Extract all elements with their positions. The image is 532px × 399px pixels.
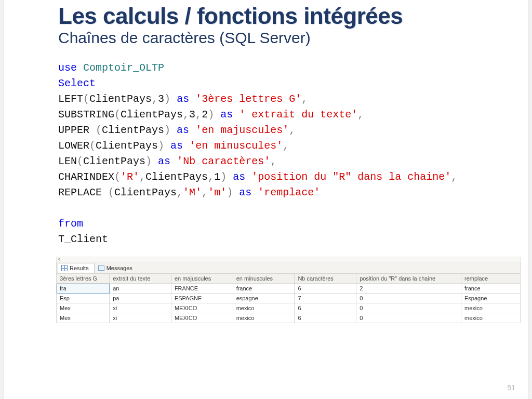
grid-cell[interactable]: Esp [57,294,110,303]
fn-left: LEFT [58,93,83,105]
grid-cell[interactable]: xi [110,303,171,313]
grid-cell[interactable]: pa [110,294,171,303]
results-panel: Results Messages 3ères lettres G extrait… [56,257,521,323]
tab-results-label: Results [70,265,89,271]
grid-cell[interactable]: FRANCE [171,284,233,294]
tab-results[interactable]: Results [58,263,95,273]
grid-cell[interactable]: espagne [233,294,295,303]
grid-header-row: 3ères lettres G extrait du texte en maju… [57,274,521,284]
grid-cell[interactable]: 6 [295,313,356,323]
fn-charindex: CHARINDEX [58,171,114,183]
grid-cell[interactable]: fra [57,284,110,294]
results-tabs: Results Messages [56,262,521,273]
slide: Les calculs / fonctions intégrées Chaîne… [4,0,528,399]
table-row[interactable]: Mex xi MEXICO mexico 6 0 mexico [57,303,521,313]
grid-cell[interactable]: 0 [356,294,461,303]
grid-cell[interactable]: 2 [356,284,461,294]
fn-len: LEN [58,155,77,167]
grid-cell[interactable]: 6 [295,303,356,313]
page-number: 51 [507,383,515,392]
chevron-left-icon [58,258,61,261]
tab-messages[interactable]: Messages [95,263,138,273]
col-header[interactable]: Nb caractères [295,274,356,284]
table-name: T_Client [58,233,108,245]
grid-cell[interactable]: Espagne [461,294,521,303]
fn-upper: UPPER [58,124,89,136]
splitter-bar[interactable] [56,257,521,262]
grid-cell[interactable]: xi [110,313,171,323]
sql-code-block: use Comptoir_OLTP Select LEFT(ClientPays… [4,52,528,247]
grid-icon [61,265,68,271]
slide-subtitle: Chaînes de caractères (SQL Server) [4,29,528,52]
table-row[interactable]: Mex xi MEXICO mexico 6 0 mexico [57,313,521,323]
col-header[interactable]: en majuscules [171,274,233,284]
grid-cell[interactable]: Mex [57,313,110,323]
grid-cell[interactable]: 0 [356,303,461,313]
grid-cell[interactable]: Mex [57,303,110,313]
grid-cell[interactable]: 6 [295,284,356,294]
grid-cell[interactable]: mexico [233,303,295,313]
fn-substring: SUBSTRING [58,109,114,121]
grid-cell[interactable]: 0 [356,313,461,323]
grid-cell[interactable]: mexico [233,313,295,323]
col-header[interactable]: en minuscules [233,274,295,284]
table-row[interactable]: fra an FRANCE france 6 2 france [57,284,521,294]
grid-cell[interactable]: 7 [295,294,356,303]
results-grid[interactable]: 3ères lettres G extrait du texte en maju… [56,273,521,323]
grid-cell[interactable]: france [461,284,521,294]
col-header[interactable]: 3ères lettres G [57,274,110,284]
table-row[interactable]: Esp pa ESPAGNE espagne 7 0 Espagne [57,294,521,303]
grid-cell[interactable]: ESPAGNE [171,294,233,303]
kw-use: use [58,62,77,74]
slide-title: Les calculs / fonctions intégrées [4,0,528,29]
col-header[interactable]: extrait du texte [110,274,171,284]
grid-cell[interactable]: france [233,284,295,294]
grid-cell[interactable]: an [110,284,171,294]
grid-cell[interactable]: MEXICO [171,303,233,313]
col-header[interactable]: remplace [461,274,521,284]
fn-lower: LOWER [58,140,89,152]
kw-select: Select [58,77,96,89]
col-header[interactable]: position du "R" dans la chaine [356,274,461,284]
kw-from: from [58,218,83,230]
db-name: Comptoir_OLTP [83,62,164,74]
grid-cell[interactable]: mexico [461,303,521,313]
grid-cell[interactable]: mexico [461,313,521,323]
fn-replace: REPLACE [58,187,102,198]
grid-cell[interactable]: MEXICO [171,313,233,323]
tab-messages-label: Messages [107,265,132,271]
message-icon [98,265,104,271]
